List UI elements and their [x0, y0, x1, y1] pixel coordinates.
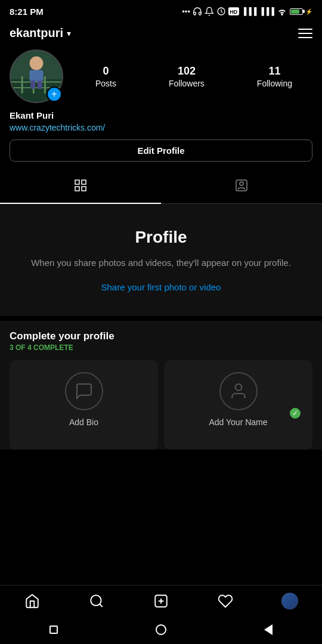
complete-profile-section: Complete your profile 3 OF 4 COMPLETE Ad…	[0, 321, 322, 450]
following-label: Following	[257, 79, 292, 88]
stats-container: 0 Posts 102 Followers 11 Following	[75, 65, 312, 88]
add-bio-card[interactable]: Add Bio	[10, 360, 158, 450]
svg-point-11	[30, 57, 44, 70]
square-icon	[49, 626, 58, 634]
svg-point-21	[91, 595, 101, 605]
grid-icon	[73, 178, 88, 196]
signal-icon-2: ▐▐▐	[259, 7, 274, 16]
headphones-icon	[193, 7, 202, 16]
person-tag-icon	[234, 178, 249, 196]
alarm-icon	[216, 7, 226, 16]
dots-icon: •••	[182, 7, 190, 16]
svg-rect-14	[38, 80, 42, 89]
back-triangle-icon	[264, 624, 273, 635]
username-container[interactable]: ekantpuri ▾	[10, 26, 71, 40]
home-icon	[24, 593, 40, 609]
search-icon	[89, 593, 104, 609]
profile-main: + 0 Posts 102 Followers 11 Following	[10, 49, 312, 103]
hamburger-button[interactable]	[298, 29, 312, 38]
checkmark-icon: ✓	[292, 409, 298, 417]
android-nav-bar	[0, 615, 322, 644]
edit-profile-button[interactable]: Edit Profile	[10, 140, 312, 162]
heart-icon	[218, 593, 233, 609]
empty-state-desc: When you share photos and videos, they'l…	[18, 256, 304, 270]
username-text: ekantpuri	[10, 26, 63, 40]
status-icons: ••• HD ▐▐▐ ▐▐▐ ⚡	[182, 7, 312, 16]
bottom-nav	[0, 585, 322, 615]
nav-profile[interactable]	[275, 592, 304, 611]
nav-search[interactable]	[82, 592, 111, 611]
message-icon	[75, 382, 94, 401]
nav-avatar	[281, 593, 298, 609]
svg-rect-12	[30, 70, 44, 81]
top-nav: ekantpuri ▾	[0, 21, 322, 45]
followers-stat[interactable]: 102 Followers	[169, 65, 205, 88]
svg-rect-18	[82, 187, 86, 191]
posts-label: Posts	[95, 79, 116, 88]
svg-rect-15	[75, 180, 79, 184]
add-name-label: Add Your Name	[209, 417, 267, 427]
profile-name: Ekant Puri	[10, 110, 312, 120]
svg-rect-16	[82, 180, 86, 184]
svg-line-22	[100, 604, 103, 607]
signal-icon-1: ▐▐▐	[242, 7, 257, 16]
dropdown-arrow-icon: ▾	[67, 29, 71, 38]
followers-count: 102	[178, 65, 196, 78]
nav-add[interactable]	[147, 592, 175, 611]
person-icon	[229, 382, 248, 401]
android-recent-button[interactable]	[42, 618, 66, 642]
status-time: 8:21 PM	[10, 7, 44, 17]
battery-icon	[290, 8, 303, 15]
hd-icon: HD	[228, 7, 239, 16]
battery-container: ⚡	[290, 8, 312, 15]
complete-profile-progress: 3 OF 4 COMPLETE	[10, 343, 312, 352]
svg-point-3	[281, 14, 283, 16]
posts-stat[interactable]: 0 Posts	[95, 65, 116, 88]
status-bar: 8:21 PM ••• HD ▐▐▐ ▐▐▐	[0, 0, 322, 21]
person-icon-circle	[219, 372, 258, 410]
complete-profile-title: Complete your profile	[10, 330, 312, 342]
charging-icon: ⚡	[305, 8, 312, 15]
complete-cards: Add Bio ✓ Add Your Name	[10, 360, 312, 450]
posts-count: 0	[103, 65, 109, 78]
following-count: 11	[268, 65, 280, 78]
share-first-photo-link[interactable]: Share your first photo or video	[18, 282, 304, 292]
add-story-button[interactable]: +	[47, 86, 62, 102]
plus-icon: +	[51, 89, 57, 99]
completed-badge: ✓	[289, 407, 302, 420]
add-bio-label: Add Bio	[69, 417, 98, 427]
add-icon	[153, 593, 169, 609]
tab-tagged[interactable]	[161, 171, 322, 203]
avatar-container[interactable]: +	[10, 49, 63, 103]
profile-section: + 0 Posts 102 Followers 11 Following Eka…	[0, 45, 322, 169]
circle-icon	[156, 624, 166, 635]
android-back-button[interactable]	[256, 618, 280, 642]
svg-rect-17	[75, 187, 79, 191]
bio-icon-circle	[65, 372, 103, 410]
nav-heart[interactable]	[211, 592, 240, 611]
svg-point-20	[235, 384, 242, 391]
profile-website[interactable]: www.crazytechtricks.com/	[10, 123, 312, 132]
svg-text:HD: HD	[230, 9, 237, 15]
bell-icon	[205, 7, 214, 16]
empty-state-section: Profile When you share photos and videos…	[0, 204, 322, 316]
empty-state-title: Profile	[18, 228, 304, 247]
svg-rect-13	[30, 80, 35, 89]
android-home-button[interactable]	[149, 618, 173, 642]
add-name-card[interactable]: ✓ Add Your Name	[164, 360, 312, 450]
nav-home[interactable]	[18, 592, 47, 611]
followers-label: Followers	[169, 79, 205, 88]
wifi-icon	[277, 7, 287, 16]
tab-bar	[0, 171, 322, 204]
tab-grid[interactable]	[0, 171, 161, 203]
following-stat[interactable]: 11 Following	[257, 65, 292, 88]
